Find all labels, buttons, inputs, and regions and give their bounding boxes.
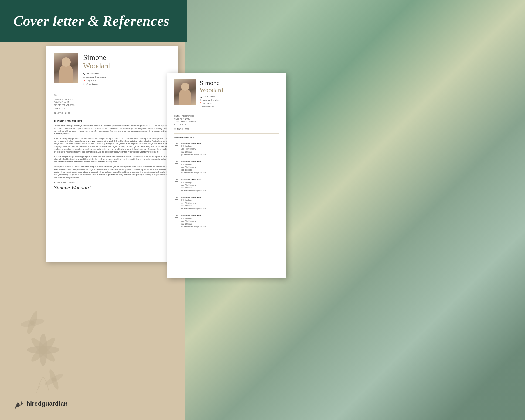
reference-item-4: Reference Name Here Relation to you Job …: [174, 196, 279, 210]
ref-person-icon-3: [174, 178, 179, 183]
phone-icon: 📞: [83, 72, 86, 76]
ref-1-email: yourreferenceemail@email.com: [181, 153, 206, 156]
body-paragraph-1: Start your first paragraph off with your…: [54, 124, 170, 135]
ref-5-phone: 333-333-3333: [181, 223, 206, 225]
date-section: 22 MARCH 2022: [54, 112, 170, 114]
ref-3-company: Job Title/Company: [181, 184, 206, 187]
ref-3-email: yourreferenceemail@email.com: [181, 189, 206, 192]
salutation: To Whom It May Concern:: [54, 120, 170, 122]
to-label: TO:: [54, 94, 170, 97]
ref-4-relation: Relation to you: [181, 199, 206, 202]
ref-5-email: yourreferenceemail@email.com: [181, 225, 206, 228]
page-header: Simone Woodard 📞 333.333.3333 ✉ youremai…: [54, 53, 170, 86]
ref-person-icon-1: [174, 142, 179, 147]
ref-2-company: Job Title/Company: [181, 166, 206, 168]
ref-5-company: Job Title/Company: [181, 220, 206, 222]
email-row: ✉ youremail@email.com: [83, 76, 170, 79]
name-section: Simone Woodard 📞 333.333.3333 ✉ youremai…: [83, 53, 170, 86]
ref-1-phone: 333-333-3333: [181, 151, 206, 153]
banner-title: Cover letter & References: [13, 13, 169, 29]
reference-item-2: Reference Name Here Relation to you Job …: [174, 160, 279, 174]
recipient-dept: HUMAN RESOURCES: [54, 98, 170, 101]
email-icon: ✉: [83, 76, 85, 79]
ref-4-company: Job Title/Company: [181, 202, 206, 205]
closing: YOURS SINCERELY,: [54, 182, 170, 184]
linkedin-row: in in/yourlinkedin: [83, 83, 170, 86]
logo-text-bold: guardian: [42, 400, 68, 407]
phone-value: 333.333.3333: [87, 72, 99, 76]
location-value: City, State: [87, 79, 96, 83]
ref-email-row: ✉ youremail@email.com: [200, 99, 279, 102]
ref-2-phone: 333-333-3333: [181, 169, 206, 171]
svg-point-4: [40, 347, 46, 353]
ref-name-section: Simone Woodard 📞 333.333.3333 ✉ youremai…: [200, 79, 279, 108]
ref-3-name: Reference Name Here: [181, 178, 206, 181]
ref-person-icon-5: [174, 214, 179, 219]
ref-2-relation: Relation to you: [181, 163, 206, 166]
ref-addr-street: 228 STREET ADDRESS: [174, 120, 279, 123]
ref-date: 22 MARCH 2022: [174, 128, 279, 130]
linkedin-icon: in: [83, 83, 84, 86]
ref-phone-icon: 📞: [200, 95, 202, 99]
header-divider: [54, 91, 170, 91]
ref-person-icon-4: [174, 196, 179, 201]
ref-4-phone: 333-333-3333: [181, 205, 206, 207]
ref-4-details: Reference Name Here Relation to you Job …: [181, 196, 206, 210]
ref-name-first: Simone: [200, 79, 279, 86]
reference-item-3: Reference Name Here Relation to you Job …: [174, 178, 279, 192]
ref-linkedin-icon: in: [200, 105, 201, 108]
ref-3-relation: Relation to you: [181, 181, 206, 184]
ref-address-section: HUMAN RESOURCES COMPANY NAME 228 STREET …: [174, 115, 279, 126]
ref-person-icon-2: [174, 160, 179, 165]
recipient-company: COMPANY NAME: [54, 101, 170, 104]
ref-1-name: Reference Name Here: [181, 142, 206, 145]
ref-divider-1: [174, 112, 279, 112]
body-divider: [54, 117, 170, 117]
ref-location-row: 📍 City, State: [200, 102, 279, 105]
ref-addr-company: COMPANY NAME: [174, 118, 279, 120]
ref-linkedin-row: in in/yourlinkedin: [200, 105, 279, 108]
ref-portrait-photo: [174, 79, 196, 105]
logo-bird-icon: [13, 398, 24, 409]
cover-letter-page: Simone Woodard 📞 333.333.3333 ✉ youremai…: [46, 46, 178, 262]
ref-2-name: Reference Name Here: [181, 160, 206, 163]
bottom-logo: hiredguardian: [13, 398, 68, 409]
ref-name-last: Woodard: [200, 86, 279, 93]
ref-2-details: Reference Name Here Relation to you Job …: [181, 160, 206, 174]
ref-email-value: youremail@email.com: [202, 99, 221, 102]
name-last: Woodard: [83, 62, 170, 70]
to-section: TO: HUMAN RESOURCES COMPANY NAME 228 STR…: [54, 94, 170, 110]
name-first: Simone: [83, 53, 170, 62]
ref-4-name: Reference Name Here: [181, 196, 206, 199]
reference-item-5: Reference Name Here Relation to you Job …: [174, 214, 279, 228]
ref-divider-2: [174, 133, 279, 134]
ref-phone-row: 📞 333.333.3333: [200, 95, 279, 99]
recipient-city-state: CITY, STATE: [54, 107, 170, 110]
location-icon: 📍: [83, 79, 86, 83]
ref-location-value: City, State: [203, 102, 212, 105]
ref-5-relation: Relation to you: [181, 217, 206, 220]
svg-point-7: [30, 321, 35, 325]
ref-addr-city-state: CITY, STATE: [174, 123, 279, 126]
body-paragraph-3: Your final paragraph or your closing par…: [54, 155, 170, 163]
ref-header: Simone Woodard 📞 333.333.3333 ✉ youremai…: [174, 79, 279, 108]
contact-info: 📞 333.333.3333 ✉ youremail@email.com 📍 C…: [83, 72, 170, 86]
body-paragraph-2: In your second paragraph you should inco…: [54, 137, 170, 153]
ref-5-details: Reference Name Here Relation to you Job …: [181, 214, 206, 228]
ref-5-name: Reference Name Here: [181, 214, 206, 217]
ref-addr-dept: HUMAN RESOURCES: [174, 115, 279, 117]
phone-row: 📞 333.333.3333: [83, 72, 170, 76]
ref-1-relation: Relation to you: [181, 145, 206, 148]
ref-email-icon: ✉: [200, 99, 201, 102]
portrait-photo: [54, 53, 78, 83]
ref-contact-info: 📞 333.333.3333 ✉ youremail@email.com 📍 C…: [200, 95, 279, 108]
ref-4-email: yourreferenceemail@email.com: [181, 208, 206, 210]
floral-watermark: [5, 296, 81, 404]
svg-point-10: [52, 378, 56, 381]
logo-text: hiredguardian: [26, 400, 68, 407]
ref-3-details: Reference Name Here Relation to you Job …: [181, 178, 206, 192]
reference-item-1: Reference Name Here Relation to you Job …: [174, 142, 279, 156]
ref-2-email: yourreferenceemail@email.com: [181, 171, 206, 174]
ref-3-phone: 333-333-3333: [181, 187, 206, 189]
ref-1-company: Job Title/Company: [181, 148, 206, 150]
